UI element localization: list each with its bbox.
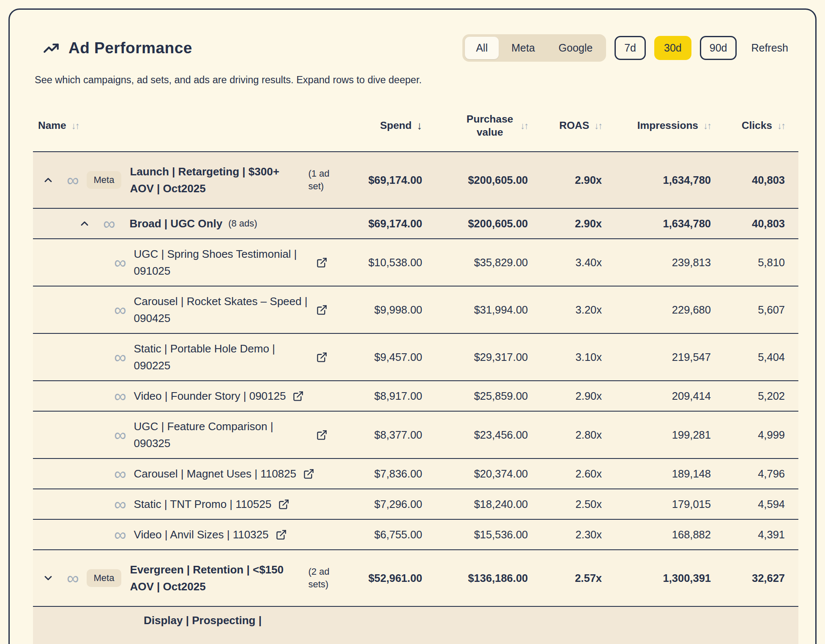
- ad-row: ∞ Video | Anvil Sizes | 110325 $6,755.00…: [33, 520, 798, 550]
- roas-value: 2.30x: [528, 529, 602, 541]
- range-button-30d[interactable]: 30d: [654, 36, 691, 60]
- row-name-cell: ∞ Meta Evergreen | Retention | <$150 AOV…: [33, 550, 350, 606]
- platform-option-meta[interactable]: Meta: [500, 37, 546, 59]
- roas-value: 3.10x: [528, 351, 602, 363]
- range-button-7d[interactable]: 7d: [615, 36, 646, 60]
- purchase-value: $29,317.00: [422, 351, 528, 363]
- ad-row: ∞ Video | Founder Story | 090125 $8,917.…: [33, 381, 798, 412]
- refresh-button[interactable]: Refresh: [745, 37, 791, 59]
- roas-value: 2.90x: [528, 218, 602, 230]
- clicks-value: 4,999: [711, 429, 798, 441]
- meta-infinity-icon: ∞: [114, 254, 126, 271]
- chevron-up-icon[interactable]: [79, 218, 90, 229]
- row-count-note: (8 ads): [228, 217, 257, 230]
- roas-value: 2.57x: [528, 572, 602, 584]
- platform-option-all[interactable]: All: [465, 37, 499, 59]
- ad-performance-card: Ad Performance AllMetaGoogle 7d30d90d Re…: [8, 8, 817, 644]
- spend-value: $7,296.00: [350, 498, 422, 510]
- meta-infinity-icon: ∞: [114, 387, 126, 404]
- chevron-up-icon[interactable]: [42, 174, 54, 186]
- column-header-name[interactable]: Name↓↑: [33, 119, 350, 132]
- roas-value: 2.50x: [528, 498, 602, 510]
- row-name-cell: ∞ Video | Founder Story | 090125: [33, 381, 350, 411]
- external-link-icon[interactable]: [316, 257, 328, 268]
- spend-value: $9,998.00: [350, 304, 422, 316]
- row-name-cell: ∞ Broad | UGC Only (8 ads): [33, 209, 350, 238]
- spend-value: $7,836.00: [350, 468, 422, 480]
- sort-desc-icon[interactable]: ↓: [417, 119, 422, 132]
- spend-value: $69,174.00: [350, 218, 422, 230]
- meta-infinity-icon: ∞: [114, 526, 126, 543]
- roas-value: 2.80x: [528, 429, 602, 441]
- row-count-note: (2 ad sets): [308, 565, 343, 591]
- purchase-value: $18,240.00: [422, 498, 528, 510]
- impressions-value: 1,634,780: [602, 218, 711, 230]
- sort-toggle-icon[interactable]: ↓↑: [703, 120, 711, 131]
- ad-row: ∞ Carousel | Rocket Skates – Speed | 090…: [33, 287, 798, 334]
- purchase-value: $23,456.00: [422, 429, 528, 441]
- clicks-value: 5,810: [711, 257, 798, 269]
- row-name-label: Carousel | Rocket Skates – Speed | 09042…: [134, 293, 309, 327]
- clicks-value: 32,627: [711, 572, 798, 584]
- platform-filter: AllMetaGoogle: [462, 34, 606, 62]
- clicks-value: 40,803: [711, 218, 798, 230]
- meta-infinity-icon: ∞: [114, 496, 126, 513]
- column-label: ROAS: [559, 119, 589, 132]
- campaign-row[interactable]: ∞ Meta Evergreen | Retention | <$150 AOV…: [33, 550, 798, 607]
- clicks-value: 4,796: [711, 468, 798, 480]
- row-name-cell: ∞ Video | Anvil Sizes | 110325: [33, 520, 350, 549]
- purchase-value: $31,994.00: [422, 304, 528, 316]
- row-name-cell: ∞ Carousel | Rocket Skates – Speed | 090…: [33, 287, 350, 333]
- clicks-value: 5,404: [711, 351, 798, 363]
- row-name-label: Evergreen | Retention | <$150 AOV | Oct2…: [130, 561, 290, 595]
- spend-value: $10,538.00: [350, 257, 422, 269]
- impressions-value: 189,148: [602, 468, 711, 480]
- external-link-icon[interactable]: [278, 499, 290, 510]
- external-link-icon[interactable]: [316, 429, 328, 441]
- purchase-value: $136,186.00: [422, 572, 528, 584]
- campaign-row[interactable]: Display | Prospecting |: [33, 607, 798, 644]
- sort-toggle-icon[interactable]: ↓↑: [777, 120, 785, 131]
- row-name-label: Static | TNT Promo | 110525: [134, 496, 272, 513]
- row-name-label: Broad | UGC Only: [130, 215, 223, 232]
- spend-value: $69,174.00: [350, 174, 422, 186]
- clicks-value: 5,607: [711, 304, 798, 316]
- chevron-down-icon[interactable]: [42, 572, 54, 584]
- column-header-purchase_value[interactable]: Purchase value↓↑: [422, 113, 528, 139]
- row-name-cell: ∞ Static | TNT Promo | 110525: [33, 489, 350, 519]
- row-name-label: Display | Prospecting |: [144, 612, 262, 629]
- range-button-90d[interactable]: 90d: [700, 36, 737, 60]
- purchase-value: $20,374.00: [422, 468, 528, 480]
- platform-badge: Meta: [87, 569, 122, 587]
- sort-toggle-icon[interactable]: ↓↑: [520, 120, 528, 131]
- external-link-icon[interactable]: [276, 529, 287, 540]
- row-name-cell: ∞ UGC | Feature Comparison | 090325: [33, 412, 350, 458]
- column-header-impressions[interactable]: Impressions↓↑: [602, 119, 711, 132]
- impressions-value: 1,300,391: [602, 572, 711, 584]
- external-link-icon[interactable]: [303, 468, 314, 480]
- platform-option-google[interactable]: Google: [548, 37, 604, 59]
- column-header-roas[interactable]: ROAS↓↑: [528, 119, 602, 132]
- external-link-icon[interactable]: [316, 304, 328, 316]
- column-header-clicks[interactable]: Clicks↓↑: [711, 119, 798, 132]
- row-name-label: UGC | Spring Shoes Testimonial | 091025: [134, 246, 309, 279]
- sort-toggle-icon[interactable]: ↓↑: [594, 120, 602, 131]
- column-header-spend[interactable]: Spend↓: [350, 119, 422, 132]
- external-link-icon[interactable]: [316, 352, 328, 363]
- roas-value: 3.40x: [528, 257, 602, 269]
- trending-up-icon: [42, 39, 60, 57]
- campaign-row[interactable]: ∞ Meta Launch | Retargeting | $300+ AOV …: [33, 152, 798, 209]
- adset-row[interactable]: ∞ Broad | UGC Only (8 ads) $69,174.00 $2…: [33, 209, 798, 239]
- purchase-value: $15,536.00: [422, 529, 528, 541]
- sort-toggle-icon[interactable]: ↓↑: [71, 120, 79, 131]
- purchase-value: $25,859.00: [422, 390, 528, 402]
- purchase-value: $35,829.00: [422, 257, 528, 269]
- external-link-icon[interactable]: [292, 390, 304, 402]
- meta-infinity-icon: ∞: [114, 301, 126, 318]
- meta-infinity-icon: ∞: [114, 465, 126, 482]
- impressions-value: 209,414: [602, 390, 711, 402]
- meta-infinity-icon: ∞: [103, 215, 115, 232]
- row-count-note: (1 ad set): [308, 167, 343, 193]
- ad-row: ∞ Static | TNT Promo | 110525 $7,296.00 …: [33, 489, 798, 520]
- column-label: Impressions: [637, 119, 698, 132]
